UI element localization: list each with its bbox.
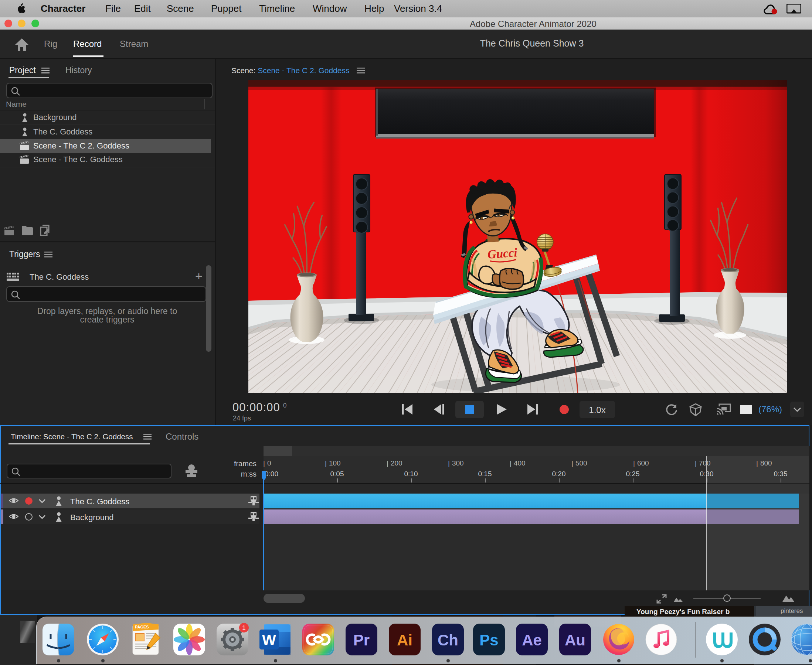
svg-text:Ai: Ai [397, 631, 412, 649]
svg-text:1: 1 [242, 624, 245, 631]
svg-text:Au: Au [565, 631, 586, 649]
svg-text:Ch: Ch [438, 631, 458, 649]
svg-text:Gucci: Gucci [487, 246, 518, 261]
svg-text:W: W [262, 632, 276, 648]
svg-text:Pr: Pr [353, 631, 369, 649]
svg-text:PAGES: PAGES [135, 625, 149, 629]
svg-text:Ae: Ae [522, 631, 542, 649]
svg-text:Ps: Ps [479, 631, 498, 649]
